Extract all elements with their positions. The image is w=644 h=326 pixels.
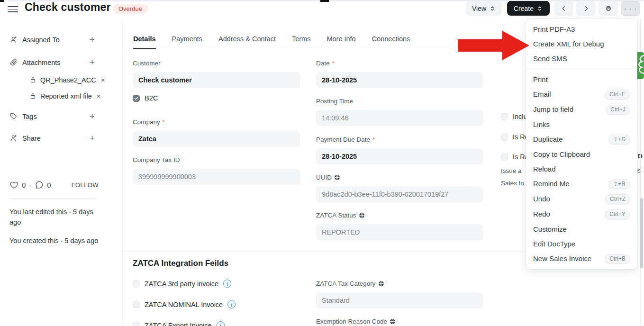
menu-item-customize[interactable]: Customize <box>526 222 637 236</box>
comment-icon[interactable] <box>35 181 44 190</box>
exemption-reason-label: Exemption Reason Code <box>316 318 396 325</box>
zatca-tax-category-field[interactable]: Standard <box>316 292 483 308</box>
posting-time-field[interactable]: 14:09:46 <box>316 110 483 126</box>
menu-toggle-icon[interactable] <box>8 4 18 13</box>
zatca-3rd-party-label: ZATCA 3rd party invoice <box>145 280 218 288</box>
prev-button[interactable] <box>554 1 573 16</box>
menu-item-print-pdf-a3[interactable]: Print PDF-A3 <box>526 22 637 36</box>
view-button[interactable]: View <box>466 1 502 16</box>
zatca-section-title: ZATCA Integration Feilds <box>133 259 228 268</box>
zatca-status-label: ZATCA Status <box>316 212 365 219</box>
info-icon[interactable]: i <box>217 321 225 326</box>
print-button[interactable] <box>599 1 618 16</box>
menu-item-create-xml-for-debug[interactable]: Create XML for Debug <box>526 36 637 51</box>
remove-attachment-icon[interactable]: × <box>101 76 105 84</box>
menu-item-email[interactable]: EmailCtrl+E <box>526 87 637 102</box>
b2c-checkbox[interactable] <box>133 95 140 102</box>
zatca-nominal-checkbox[interactable] <box>133 301 140 308</box>
zatca-3rd-party-checkbox[interactable] <box>133 280 140 287</box>
menu-item-copy-to-clipboard[interactable]: Copy to Clipboard <box>526 147 637 162</box>
tab-more-info[interactable]: More Info <box>327 28 355 49</box>
zatca-nominal-row: ZATCA NOMINAL Invoice i <box>133 300 236 308</box>
menu-item-reload[interactable]: Reload <box>526 162 637 176</box>
zatca-status-field[interactable]: REPORTED <box>316 224 483 240</box>
tab-connections[interactable]: Connections <box>372 28 410 49</box>
globe-icon <box>378 281 384 287</box>
attachment-name[interactable]: QR_Phase2_ACC <box>40 76 96 84</box>
zatca-tax-category-label: ZATCA Tax Category <box>316 280 384 287</box>
scrollbar-thumb[interactable] <box>640 198 643 268</box>
add-assignment-button[interactable]: + <box>90 35 95 44</box>
paperclip-icon <box>9 58 18 66</box>
globe-icon <box>334 174 340 181</box>
tab-terms[interactable]: Terms <box>292 28 310 49</box>
clipped-checkbox-row: Is Re <box>501 133 526 141</box>
remove-attachment-icon[interactable]: × <box>97 92 101 100</box>
tags-label: Tags <box>22 113 85 120</box>
payment-due-date-label: Payment Due Date* <box>316 136 375 143</box>
sidebar-section-tags: Tags + <box>9 112 95 121</box>
more-options-menu: Print PDF-A3 Create XML for Debug Send S… <box>526 19 637 269</box>
uuid-field[interactable]: 9d8ac2d0-b3ee-11f0-b390-020017019f27 <box>316 186 483 202</box>
menu-item-print[interactable]: Print <box>526 72 637 87</box>
info-icon[interactable]: i <box>223 280 231 288</box>
chevron-right-icon <box>583 5 590 12</box>
menu-item-edit-doctype[interactable]: Edit DocType <box>526 236 637 251</box>
help-text-fragment: Issue a <box>501 167 526 174</box>
customer-field[interactable]: Check customer <box>133 72 300 88</box>
zatca-export-row: ZATCA Export Invoice i <box>133 321 225 326</box>
share-user-icon <box>9 134 18 142</box>
last-edited-text: You last edited this · 5 days ago <box>9 207 104 227</box>
check-icon <box>134 96 139 101</box>
menu-item-duplicate[interactable]: Duplicate⇧+D <box>526 132 637 147</box>
menu-item-links[interactable]: Links <box>526 117 637 132</box>
company-tax-id-field[interactable]: 399999999900003 <box>133 169 300 185</box>
screen-artifact <box>320 0 329 2</box>
next-button[interactable] <box>576 1 596 16</box>
attachment-item[interactable]: Reported xml file × <box>29 92 101 100</box>
shortcut-badge: ⇧+D <box>608 135 630 145</box>
shortcut-badge: ⇧+R <box>608 179 630 189</box>
menu-item-send-sms[interactable]: Send SMS <box>526 51 637 66</box>
b2c-checkbox-row: B2C <box>133 94 158 102</box>
more-options-button[interactable]: · · · <box>621 1 640 16</box>
menu-item-remind-me[interactable]: Remind Me⇧+R <box>526 176 637 191</box>
create-button[interactable]: Create <box>507 1 550 16</box>
clipped-checkbox[interactable] <box>501 134 508 141</box>
dot-separator: · <box>29 181 31 189</box>
menu-item-redo[interactable]: RedoCtrl+Y <box>526 207 637 222</box>
page-title: Check customer <box>25 1 111 14</box>
clipped-checkbox[interactable] <box>501 154 508 161</box>
date-field[interactable]: 28-10-2025 <box>316 72 483 88</box>
attachments-label: Attachments <box>22 59 85 66</box>
clipped-checkbox[interactable] <box>501 113 508 120</box>
lock-icon <box>29 76 36 83</box>
add-attachment-button[interactable]: + <box>90 58 95 67</box>
sidebar-section-attachments: Attachments + <box>9 58 95 67</box>
menu-divider <box>526 69 637 69</box>
shortcut-badge: Ctrl+Z <box>605 194 630 204</box>
menu-item-jump-to-field[interactable]: Jump to fieldCtrl+J <box>526 102 637 117</box>
attachment-name[interactable]: Reported xml file <box>40 92 92 100</box>
add-tag-button[interactable]: + <box>90 112 95 121</box>
tab-address-contact[interactable]: Address & Contact <box>218 28 276 49</box>
zatca-export-checkbox[interactable] <box>133 322 140 326</box>
info-icon[interactable]: i <box>227 300 236 308</box>
attachment-item[interactable]: QR_Phase2_ACC × <box>29 76 105 84</box>
tab-details[interactable]: Details <box>133 28 156 49</box>
sidebar-section-share: Share + <box>9 134 95 143</box>
tab-payments[interactable]: Payments <box>172 28 202 49</box>
payment-due-date-field[interactable]: 28-10-2025 <box>316 148 483 164</box>
menu-item-new-sales-invoice[interactable]: New Sales InvoiceCtrl+B <box>526 251 637 266</box>
help-text-fragment: Sales In <box>501 180 526 187</box>
company-field[interactable]: Zatca <box>133 131 300 147</box>
menu-item-undo[interactable]: UndoCtrl+Z <box>526 191 637 207</box>
lock-icon <box>29 92 36 100</box>
ellipsis-icon: · · · <box>624 5 637 12</box>
heart-icon[interactable] <box>9 181 18 190</box>
share-button[interactable]: + <box>90 134 95 143</box>
likes-count: 0 <box>22 181 26 189</box>
follow-button[interactable]: FOLLOW <box>72 181 99 189</box>
screen-artifact <box>0 0 4 2</box>
globe-icon <box>359 212 365 218</box>
